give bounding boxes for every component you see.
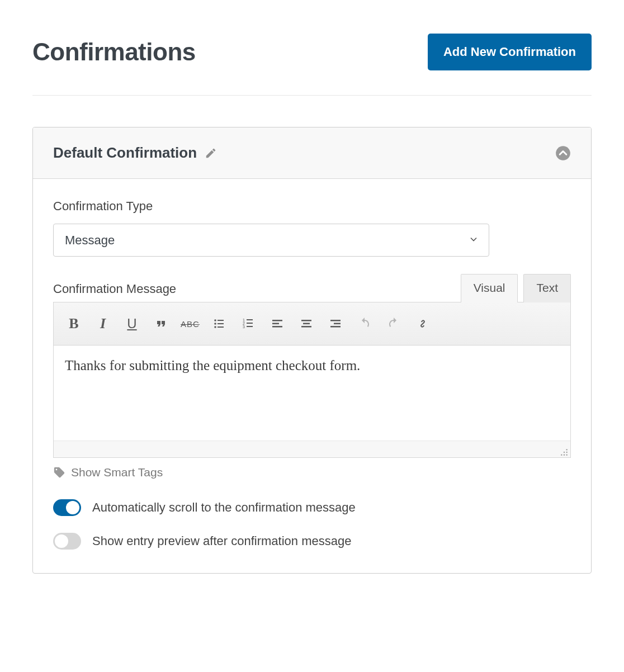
svg-rect-5 — [218, 323, 224, 324]
entry-preview-toggle-row: Show entry preview after confirmation me… — [53, 533, 571, 550]
add-new-confirmation-button[interactable]: Add New Confirmation — [428, 34, 592, 70]
bold-button[interactable]: B — [60, 311, 87, 336]
editor-textarea[interactable]: Thanks for submitting the equipment chec… — [54, 346, 570, 441]
strikethrough-button[interactable]: ABC — [177, 311, 204, 336]
link-button[interactable] — [409, 311, 436, 336]
tab-visual[interactable]: Visual — [461, 274, 518, 302]
svg-rect-17 — [303, 323, 310, 325]
page-title: Confirmations — [32, 38, 196, 66]
svg-rect-10 — [247, 319, 253, 320]
svg-point-1 — [214, 319, 216, 321]
editor-resize-handle[interactable] — [54, 441, 570, 457]
svg-point-25 — [561, 455, 562, 456]
panel-title: Default Confirmation — [53, 144, 197, 162]
svg-text:3: 3 — [243, 325, 245, 329]
autoscroll-label: Automatically scroll to the confirmation… — [92, 500, 356, 515]
svg-rect-6 — [218, 326, 224, 328]
panel-header[interactable]: Default Confirmation — [33, 127, 591, 179]
numbered-list-button[interactable]: 123 — [235, 311, 262, 336]
svg-rect-4 — [218, 320, 224, 321]
blockquote-button[interactable] — [148, 311, 174, 336]
svg-point-24 — [566, 452, 568, 453]
svg-rect-12 — [247, 326, 253, 327]
svg-point-3 — [214, 326, 216, 328]
align-right-button[interactable] — [322, 311, 349, 336]
confirmation-message-label: Confirmation Message — [53, 282, 176, 296]
svg-rect-19 — [330, 320, 341, 321]
svg-point-27 — [566, 455, 568, 456]
editor-tabs: Visual Text — [461, 273, 571, 302]
chevron-up-icon[interactable] — [555, 145, 571, 161]
svg-point-22 — [566, 449, 568, 450]
pencil-icon[interactable] — [205, 147, 217, 159]
autoscroll-toggle[interactable] — [53, 499, 81, 516]
redo-button[interactable] — [380, 311, 407, 336]
smart-tags-label: Show Smart Tags — [71, 466, 163, 479]
editor-toolbar: B I U ABC 123 — [54, 302, 570, 346]
italic-button[interactable]: I — [89, 311, 116, 336]
tag-icon — [53, 466, 65, 479]
panel-body: Confirmation Type Message Confirmation M… — [33, 179, 591, 573]
svg-point-2 — [214, 323, 216, 325]
autoscroll-toggle-row: Automatically scroll to the confirmation… — [53, 499, 571, 516]
svg-rect-18 — [301, 326, 311, 328]
bullet-list-button[interactable] — [206, 311, 233, 336]
svg-rect-11 — [247, 323, 253, 324]
page-header: Confirmations Add New Confirmation — [32, 34, 592, 96]
svg-point-23 — [564, 452, 565, 453]
confirmation-type-select[interactable]: Message — [53, 224, 489, 257]
confirmation-type-label: Confirmation Type — [53, 199, 571, 214]
confirmation-message-field: Confirmation Message Visual Text B I U A… — [53, 273, 571, 458]
svg-rect-15 — [272, 326, 282, 328]
resize-grip-icon — [560, 448, 568, 456]
svg-rect-20 — [334, 323, 341, 325]
svg-point-0 — [556, 146, 570, 160]
svg-rect-21 — [330, 326, 341, 328]
rich-text-editor: B I U ABC 123 — [53, 302, 571, 458]
underline-button[interactable]: U — [119, 311, 145, 336]
tab-text[interactable]: Text — [523, 274, 571, 302]
svg-rect-13 — [272, 320, 282, 321]
align-center-button[interactable] — [293, 311, 320, 336]
show-smart-tags-link[interactable]: Show Smart Tags — [53, 466, 571, 479]
entry-preview-label: Show entry preview after confirmation me… — [92, 534, 351, 548]
entry-preview-toggle[interactable] — [53, 533, 81, 550]
undo-button[interactable] — [351, 311, 378, 336]
svg-point-26 — [564, 455, 565, 456]
svg-rect-16 — [301, 320, 311, 321]
svg-rect-14 — [272, 323, 279, 325]
panel-header-left: Default Confirmation — [53, 144, 217, 162]
confirmation-type-select-wrap: Message — [53, 224, 489, 257]
confirmation-type-field: Confirmation Type Message — [53, 199, 571, 257]
confirmation-panel: Default Confirmation Confirmation Type M… — [32, 127, 592, 574]
align-left-button[interactable] — [264, 311, 291, 336]
